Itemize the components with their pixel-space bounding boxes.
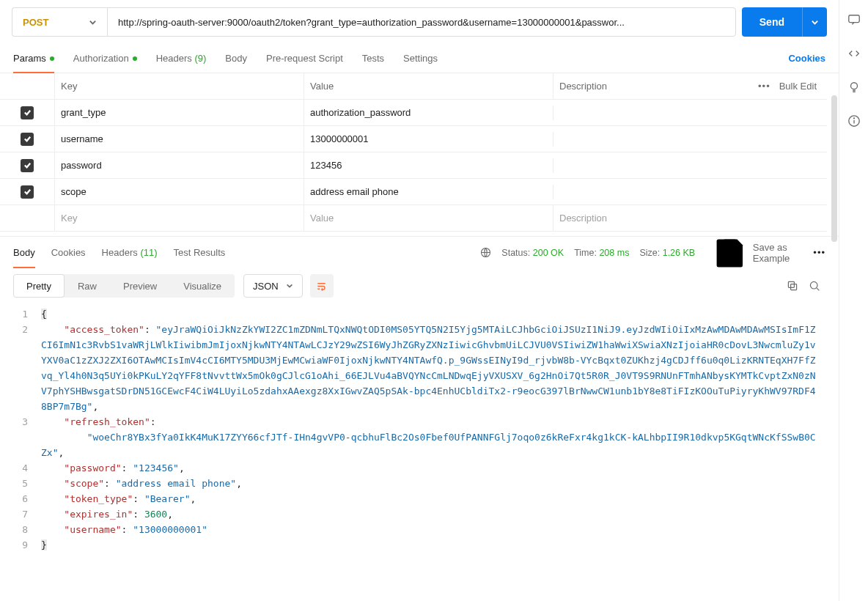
col-value: Value	[304, 73, 553, 99]
url-input[interactable]: http://spring-oauth-server:9000/oauth2/t…	[107, 7, 736, 37]
send-button[interactable]: Send	[742, 7, 802, 37]
view-pretty[interactable]: Pretty	[13, 274, 65, 298]
format-select[interactable]: JSON	[243, 274, 303, 298]
tab-authorization[interactable]: Authorization	[73, 44, 137, 73]
new-key[interactable]: Key	[54, 205, 304, 231]
checkbox[interactable]	[21, 185, 34, 199]
search-icon	[809, 280, 820, 292]
params-header-row: Key Value Description ••• Bulk Edit	[0, 73, 827, 100]
param-key[interactable]: password	[54, 152, 304, 178]
svg-rect-5	[848, 15, 858, 23]
col-description: Description	[553, 73, 739, 99]
copy-icon	[787, 280, 798, 292]
wrap-icon	[316, 281, 327, 292]
param-desc[interactable]	[553, 185, 827, 199]
view-mode-segment: Pretty Raw Preview Visualize	[13, 274, 235, 298]
params-active-dot	[50, 56, 54, 61]
view-raw[interactable]: Raw	[65, 274, 110, 298]
param-desc[interactable]	[553, 158, 827, 173]
param-key[interactable]: scope	[54, 179, 304, 204]
response-tab-cookies[interactable]: Cookies	[51, 237, 86, 268]
svg-point-3	[810, 281, 817, 289]
table-row[interactable]: scopeaddress email phone	[0, 179, 827, 205]
svg-rect-1	[791, 284, 797, 290]
view-preview[interactable]: Preview	[110, 274, 170, 298]
method-label: POST	[23, 17, 48, 28]
param-key[interactable]: grant_type	[54, 100, 304, 125]
cookies-link[interactable]: Cookies	[788, 53, 825, 64]
method-select[interactable]: POST	[12, 7, 107, 37]
response-meta: Status: 200 OK Time: 208 ms Size: 1.26 K…	[480, 247, 695, 258]
param-desc[interactable]	[553, 106, 827, 120]
save-icon	[711, 234, 749, 271]
globe-icon	[480, 247, 491, 258]
svg-line-4	[817, 288, 819, 290]
param-value[interactable]: 123456	[304, 152, 553, 178]
response-tab-headers[interactable]: Headers (11)	[102, 237, 158, 268]
svg-point-9	[853, 118, 854, 119]
table-row[interactable]: grant_typeauthorization_password	[0, 100, 827, 126]
view-visualize[interactable]: Visualize	[170, 274, 235, 298]
new-value[interactable]: Value	[304, 205, 553, 231]
param-value[interactable]: address email phone	[304, 179, 553, 204]
right-sidebar	[839, 0, 868, 601]
col-key: Key	[54, 73, 304, 99]
tab-body[interactable]: Body	[225, 44, 247, 73]
tab-settings[interactable]: Settings	[403, 44, 438, 73]
svg-point-6	[850, 83, 857, 89]
new-desc[interactable]: Description	[553, 205, 827, 231]
more-options-icon[interactable]: •••	[758, 81, 770, 92]
chevron-down-icon	[89, 18, 97, 26]
tab-pre-request[interactable]: Pre-request Script	[266, 44, 343, 73]
response-tab-test-results[interactable]: Test Results	[174, 237, 226, 268]
chevron-down-icon	[811, 18, 819, 26]
info-icon[interactable]	[847, 114, 861, 128]
param-key[interactable]: username	[54, 126, 304, 152]
response-tab-body[interactable]: Body	[13, 237, 35, 268]
params-new-row[interactable]: Key Value Description	[0, 205, 827, 232]
url-text: http://spring-oauth-server:9000/oauth2/t…	[118, 17, 625, 28]
tab-tests[interactable]: Tests	[362, 44, 384, 73]
save-as-example[interactable]: Save as Example	[711, 234, 790, 271]
checkbox[interactable]	[21, 106, 34, 119]
response-body[interactable]: 1{2 "access_token": "eyJraWQiOiJkNzZkYWI…	[0, 303, 839, 601]
scrollbar-thumb[interactable]	[831, 95, 837, 242]
checkbox[interactable]	[21, 133, 34, 146]
code-icon[interactable]	[847, 47, 861, 60]
wrap-lines-button[interactable]	[310, 274, 334, 298]
param-value[interactable]: 13000000001	[304, 126, 553, 152]
chevron-down-icon	[286, 282, 293, 290]
table-row[interactable]: password123456	[0, 152, 827, 179]
lightbulb-icon[interactable]	[847, 81, 861, 94]
svg-rect-2	[788, 281, 794, 287]
checkbox[interactable]	[21, 159, 34, 172]
search-button[interactable]	[803, 280, 825, 292]
param-desc[interactable]	[553, 132, 827, 147]
copy-button[interactable]	[781, 280, 803, 292]
tab-params[interactable]: Params	[13, 44, 54, 73]
param-value[interactable]: authorization_password	[304, 100, 553, 125]
response-more-icon[interactable]: •••	[813, 247, 825, 258]
comments-icon[interactable]	[847, 13, 861, 26]
send-dropdown[interactable]	[802, 7, 827, 37]
tab-headers[interactable]: Headers (9)	[156, 44, 207, 73]
bulk-edit-link[interactable]: Bulk Edit	[779, 81, 817, 92]
auth-active-dot	[133, 56, 137, 61]
table-row[interactable]: username13000000001	[0, 126, 827, 152]
